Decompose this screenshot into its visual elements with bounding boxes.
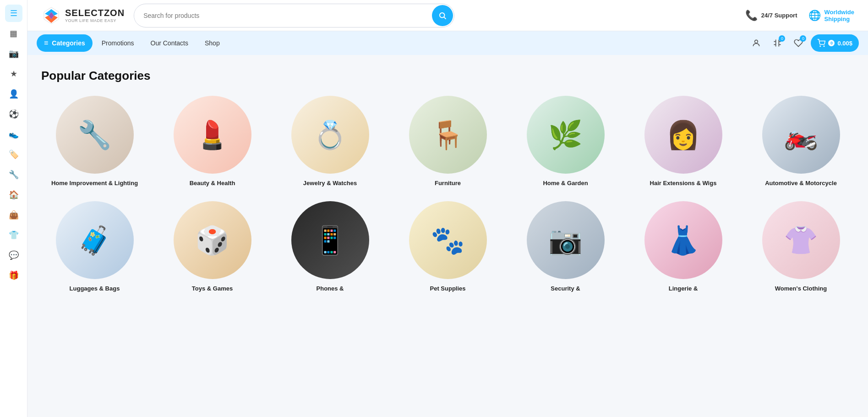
content-area: Popular Categories 🔧 Home Improvement & … bbox=[27, 55, 868, 417]
categories-label: Categories bbox=[52, 39, 85, 47]
compare-badge: 0 bbox=[779, 35, 785, 42]
category-circle-womens: 👚 bbox=[762, 201, 840, 279]
sidebar-icon-gift[interactable]: 🎁 bbox=[5, 267, 22, 284]
category-circle-furniture: 🪑 bbox=[409, 96, 487, 174]
sidebar-icon-bag[interactable]: 👜 bbox=[5, 206, 22, 224]
category-circle-phones: 📱 bbox=[291, 201, 369, 279]
search-button[interactable] bbox=[432, 5, 453, 26]
category-circle-home-garden: 🌿 bbox=[527, 96, 605, 174]
category-womens[interactable]: 👚 Women's Clothing bbox=[748, 201, 854, 293]
category-circle-home-improvement: 🔧 bbox=[56, 96, 134, 174]
user-account-button[interactable] bbox=[748, 34, 765, 52]
category-label-home-improvement: Home Improvement & Lighting bbox=[51, 179, 138, 187]
sidebar-icon-menu[interactable]: ☰ bbox=[5, 5, 22, 22]
category-circle-toys: 🎲 bbox=[174, 201, 251, 279]
category-label-furniture: Furniture bbox=[435, 179, 461, 187]
search-input[interactable] bbox=[134, 7, 431, 24]
sidebar-icon-star[interactable]: ★ bbox=[5, 65, 22, 82]
categories-button[interactable]: ≡ Categories bbox=[37, 34, 93, 52]
svg-line-2 bbox=[444, 17, 446, 19]
svg-point-4 bbox=[820, 46, 821, 47]
category-label-toys: Toys & Games bbox=[192, 285, 233, 293]
support-label: 24/7 Support bbox=[761, 12, 797, 19]
shipping-item: 🌐 Worldwide Shipping bbox=[808, 9, 854, 22]
category-circle-automotive: 🏍️ bbox=[762, 96, 840, 174]
category-circle-luggage: 🧳 bbox=[56, 201, 134, 279]
sidebar-icon-dashboard[interactable]: ▦ bbox=[5, 25, 22, 42]
header-right: 📞 24/7 Support 🌐 Worldwide Shipping bbox=[745, 9, 854, 22]
category-toys[interactable]: 🎲 Toys & Games bbox=[159, 201, 266, 293]
sidebar-icon-chat[interactable]: 💬 bbox=[5, 247, 22, 264]
category-hair[interactable]: 👩 Hair Extensions & Wigs bbox=[630, 96, 737, 187]
category-circle-hair: 👩 bbox=[644, 96, 722, 174]
categories-row-2: 🧳 Luggages & Bags 🎲 Toys & Games 📱 Phone… bbox=[41, 201, 854, 293]
category-label-phones: Phones & bbox=[317, 285, 344, 293]
sidebar-icon-camera[interactable]: 📷 bbox=[5, 45, 22, 62]
compare-button[interactable]: 0 bbox=[769, 34, 786, 52]
category-home-improvement[interactable]: 🔧 Home Improvement & Lighting bbox=[41, 96, 148, 187]
navbar-right: 0 0 0 0.00$ bbox=[748, 34, 859, 52]
cart-badge: 0 bbox=[828, 40, 835, 46]
globe-icon: 🌐 bbox=[808, 10, 821, 22]
category-circle-lingerie: 👗 bbox=[644, 201, 722, 279]
category-circle-pets: 🐾 bbox=[409, 201, 487, 279]
svg-point-3 bbox=[755, 40, 758, 43]
category-pets[interactable]: 🐾 Pet Supplies bbox=[394, 201, 501, 293]
category-security[interactable]: 📷 Security & bbox=[512, 201, 619, 293]
svg-point-1 bbox=[440, 13, 445, 18]
phone-icon: 📞 bbox=[745, 10, 758, 22]
sidebar-icon-home[interactable]: 🏠 bbox=[5, 186, 22, 203]
sidebar-icon-user[interactable]: 👤 bbox=[5, 85, 22, 103]
category-beauty[interactable]: 💄 Beauty & Health bbox=[159, 96, 266, 187]
svg-point-5 bbox=[824, 46, 825, 47]
category-circle-security: 📷 bbox=[527, 201, 605, 279]
sidebar-icon-tool[interactable]: 🔧 bbox=[5, 166, 22, 183]
cart-amount: 0.00$ bbox=[837, 40, 852, 47]
category-label-jewelry: Jewelry & Watches bbox=[303, 179, 357, 187]
category-label-automotive: Automotive & Motorcycle bbox=[765, 179, 837, 187]
wishlist-badge: 0 bbox=[800, 35, 806, 42]
page-title: Popular Categories bbox=[41, 69, 854, 83]
sidebar-icon-clothing[interactable]: 👕 bbox=[5, 226, 22, 244]
category-label-beauty: Beauty & Health bbox=[190, 179, 235, 187]
sidebar-icon-tag[interactable]: 🏷️ bbox=[5, 146, 22, 163]
category-luggage[interactable]: 🧳 Luggages & Bags bbox=[41, 201, 148, 293]
header: SELECTZON YOUR LIFE MADE EASY 📞 24/7 Sup… bbox=[27, 0, 868, 31]
shipping-text: Worldwide Shipping bbox=[824, 9, 854, 22]
category-jewelry[interactable]: 💍 Jewelry & Watches bbox=[277, 96, 383, 187]
category-home-garden[interactable]: 🌿 Home & Garden bbox=[512, 96, 619, 187]
nav-promotions[interactable]: Promotions bbox=[94, 36, 142, 50]
category-label-hair: Hair Extensions & Wigs bbox=[650, 179, 717, 187]
sidebar: ☰ ▦ 📷 ★ 👤 ⚽ 👟 🏷️ 🔧 🏠 👜 👕 💬 🎁 bbox=[0, 0, 27, 417]
sidebar-icon-shoe[interactable]: 👟 bbox=[5, 126, 22, 143]
sidebar-icon-sports[interactable]: ⚽ bbox=[5, 105, 22, 123]
nav-shop[interactable]: Shop bbox=[197, 36, 227, 50]
support-item: 📞 24/7 Support bbox=[745, 10, 797, 22]
category-label-security: Security & bbox=[551, 285, 580, 293]
grid-icon: ≡ bbox=[44, 39, 48, 47]
category-lingerie[interactable]: 👗 Lingerie & bbox=[630, 201, 737, 293]
logo-tagline: YOUR LIFE MADE EASY bbox=[65, 18, 125, 23]
search-bar bbox=[134, 4, 454, 27]
category-circle-beauty: 💄 bbox=[174, 96, 251, 174]
category-circle-jewelry: 💍 bbox=[291, 96, 369, 174]
category-label-luggage: Luggages & Bags bbox=[70, 285, 120, 293]
category-label-lingerie: Lingerie & bbox=[669, 285, 698, 293]
logo-icon bbox=[41, 5, 61, 26]
category-label-womens: Women's Clothing bbox=[775, 285, 827, 293]
main-content: SELECTZON YOUR LIFE MADE EASY 📞 24/7 Sup… bbox=[27, 0, 868, 417]
cart-button[interactable]: 0 0.00$ bbox=[811, 34, 859, 52]
category-label-home-garden: Home & Garden bbox=[543, 179, 588, 187]
category-automotive[interactable]: 🏍️ Automotive & Motorcycle bbox=[748, 96, 854, 187]
category-furniture[interactable]: 🪑 Furniture bbox=[394, 96, 501, 187]
nav-contacts[interactable]: Our Contacts bbox=[143, 36, 196, 50]
logo-name: SELECTZON bbox=[65, 8, 125, 18]
category-label-pets: Pet Supplies bbox=[430, 285, 465, 293]
logo[interactable]: SELECTZON YOUR LIFE MADE EASY bbox=[41, 5, 125, 26]
categories-row-1: 🔧 Home Improvement & Lighting 💄 Beauty &… bbox=[41, 96, 854, 187]
category-phones[interactable]: 📱 Phones & bbox=[277, 201, 383, 293]
wishlist-button[interactable]: 0 bbox=[790, 34, 807, 52]
navbar: ≡ Categories Promotions Our Contacts Sho… bbox=[27, 31, 868, 55]
